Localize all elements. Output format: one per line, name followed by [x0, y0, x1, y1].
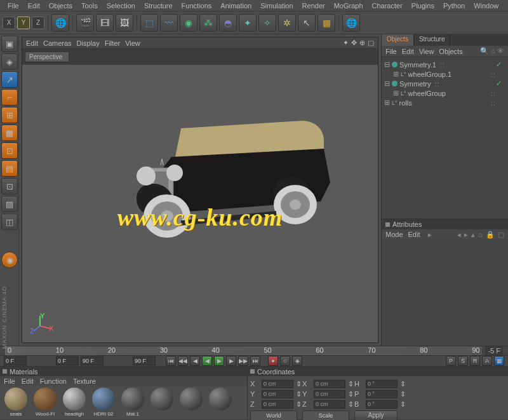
back-icon[interactable]: ◂ — [457, 231, 461, 239]
home-icon[interactable]: ⌂ — [478, 231, 483, 239]
globe-icon[interactable]: 🌐 — [51, 14, 69, 32]
rot-h-field[interactable] — [366, 380, 398, 388]
tree-item-symmetry1[interactable]: ⊟ Symmetry.1 ✓ — [383, 60, 507, 69]
coord-space-select[interactable]: World — [250, 410, 297, 420]
menu-structure[interactable]: Structure — [140, 1, 177, 10]
light-icon[interactable]: ✲ — [278, 14, 296, 32]
material-extra3[interactable] — [206, 388, 234, 420]
obj-menu-file[interactable]: File — [385, 48, 397, 55]
select-icon[interactable]: ↖ — [298, 14, 316, 32]
pos-x-field[interactable] — [262, 380, 293, 388]
polygon-icon[interactable]: ◫ — [1, 213, 18, 230]
nurbs-icon[interactable]: ◉ — [180, 14, 197, 32]
menu-tools[interactable]: Tools — [77, 1, 102, 10]
material-wood[interactable]: Wood-Fl — [31, 388, 59, 420]
opt1-icon[interactable]: P — [446, 356, 456, 366]
menu-python[interactable]: Python — [439, 1, 469, 10]
grid-icon[interactable]: ▦ — [318, 14, 335, 32]
opt2-icon[interactable]: S — [458, 356, 468, 366]
expand-icon[interactable]: ⊞ — [384, 98, 390, 107]
material-mat1[interactable]: Mat.1 — [119, 388, 147, 420]
menu-render[interactable]: Render — [298, 1, 329, 10]
menu-simulation[interactable]: Simulation — [257, 1, 297, 10]
menu-edit[interactable]: Edit — [24, 1, 44, 10]
autokey-icon[interactable]: ○ — [280, 356, 290, 366]
tree-item-wheelgroup[interactable]: ⊞ L° wheelGroup — [383, 88, 507, 98]
tree-item-wheelgroup1[interactable]: ⊞ L° wheelGroup.1 — [383, 69, 507, 79]
vp-nav-icon[interactable]: ✦ — [343, 39, 349, 47]
material-extra2[interactable] — [177, 388, 205, 420]
size-y-field[interactable] — [314, 390, 345, 398]
expand-icon[interactable]: ⊟ — [384, 79, 390, 88]
tab-objects[interactable]: Objects — [382, 34, 414, 46]
move-icon[interactable]: ↗ — [1, 71, 18, 88]
material-seats[interactable]: seats — [2, 388, 30, 420]
menu-window[interactable]: Window — [470, 1, 502, 10]
expand-icon[interactable]: ⊟ — [384, 60, 390, 69]
new-icon[interactable]: ▢ — [498, 231, 504, 239]
menu-functions[interactable]: Functions — [178, 1, 216, 10]
vp-pan-icon[interactable]: ✥ — [351, 39, 357, 47]
environment-icon[interactable]: ✦ — [239, 14, 257, 32]
material-extra1[interactable] — [148, 388, 176, 420]
play-back-icon[interactable]: ◀ — [202, 356, 212, 366]
next-frame-icon[interactable]: ▶ — [226, 356, 236, 366]
model-icon[interactable]: ▦ — [1, 125, 18, 141]
menu-animation[interactable]: Animation — [217, 1, 255, 10]
home-icon[interactable]: ⌂ — [491, 47, 495, 55]
attr-mode[interactable]: Mode — [385, 231, 403, 238]
axis-z-toggle[interactable]: Z — [32, 17, 44, 29]
timeline[interactable]: 0102030405060708090 -5 F — [0, 346, 508, 356]
pos-y-field[interactable] — [262, 390, 293, 398]
goto-end-icon[interactable]: ⏭ — [250, 356, 260, 366]
vp-menu-filter[interactable]: Filter — [105, 39, 120, 47]
vp-menu-display[interactable]: Display — [77, 39, 100, 47]
opt3-icon[interactable]: R — [470, 356, 480, 366]
start-frame-field[interactable] — [4, 356, 27, 365]
cube-icon[interactable]: ⬚ — [140, 14, 158, 32]
camera-icon[interactable]: ✧ — [258, 14, 276, 32]
menu-help[interactable]: Help — [504, 1, 508, 10]
vp-zoom-icon[interactable]: ⊕ — [359, 39, 365, 47]
browser-icon[interactable]: 🌐 — [342, 14, 360, 32]
end-frame-field[interactable] — [133, 356, 156, 365]
tree-item-rolls[interactable]: ⊞ L° rolls — [383, 98, 507, 107]
tree-item-symmetry[interactable]: ⊟ Symmetry ✓ — [383, 79, 507, 88]
edge-icon[interactable]: ▨ — [1, 196, 18, 212]
in-frame-field[interactable] — [56, 356, 79, 365]
record-icon[interactable]: ● — [268, 356, 278, 366]
fwd-icon[interactable]: ▸ — [464, 231, 468, 239]
render-region-icon[interactable]: 🎞 — [96, 14, 114, 32]
eye-icon[interactable]: 👁 — [497, 47, 504, 55]
menu-objects[interactable]: Objects — [45, 1, 76, 10]
play-fwd-icon[interactable]: ▶ — [214, 356, 224, 366]
timeline-ruler[interactable]: 0102030405060708090 — [5, 346, 482, 355]
opt4-icon[interactable]: A — [482, 356, 492, 366]
lock-icon[interactable]: 🔒 — [486, 231, 495, 239]
menu-selection[interactable]: Selection — [103, 1, 139, 10]
menu-plugins[interactable]: Plugins — [408, 1, 438, 10]
move-tool-icon[interactable]: ◈ — [1, 53, 18, 70]
up-icon[interactable]: ▴ — [471, 231, 475, 239]
obj-menu-view[interactable]: View — [419, 48, 434, 55]
viewport-3d[interactable]: www.cg-ku.com YXZ — [22, 65, 378, 342]
tab-structure[interactable]: Structure — [414, 34, 451, 46]
object-tree[interactable]: ⊟ Symmetry.1 ✓ ⊞ L° wheelGroup.1 ⊟ Symme… — [382, 57, 508, 219]
check-icon[interactable]: ✓ — [496, 79, 507, 88]
obj-menu-objects[interactable]: Objects — [439, 48, 462, 55]
size-x-field[interactable] — [314, 380, 345, 388]
apply-button[interactable]: Apply — [354, 410, 398, 420]
axis-icon[interactable]: ◉ — [1, 252, 18, 268]
search-icon[interactable]: 🔍 — [480, 47, 489, 55]
prev-frame-icon[interactable]: ◀ — [190, 356, 200, 366]
axis-x-toggle[interactable]: X — [3, 17, 15, 29]
size-z-field[interactable] — [314, 400, 345, 409]
vp-menu-view[interactable]: View — [125, 39, 140, 47]
deformer-icon[interactable]: ◓ — [219, 14, 237, 32]
coord-mode-select[interactable]: Scale — [302, 410, 349, 420]
menu-character[interactable]: Character — [368, 1, 406, 10]
texture-icon[interactable]: ⊡ — [1, 142, 18, 159]
out-frame-field[interactable] — [81, 356, 104, 365]
check-icon[interactable]: ✓ — [496, 60, 507, 69]
obj-menu-edit[interactable]: Edit — [402, 48, 414, 55]
